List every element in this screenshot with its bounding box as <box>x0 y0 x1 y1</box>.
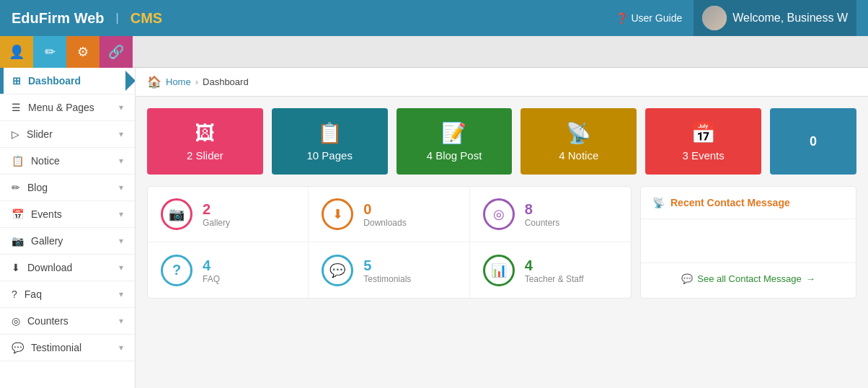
gallery-circle-icon: 📷 <box>161 198 192 230</box>
nav-icon-user[interactable]: 👤 <box>0 36 33 68</box>
sidebar-label-menu-pages: Menu & Pages <box>28 102 94 113</box>
testimonials-info: 5 Testimonials <box>363 257 411 284</box>
sidebar-label-events: Events <box>31 208 62 220</box>
breadcrumb-home-link[interactable]: Home <box>166 76 191 87</box>
sidebar-item-menu-pages[interactable]: ☰Menu & Pages ▾ <box>0 94 135 121</box>
sidebar-item-label-dashboard: Dashboard <box>28 75 81 87</box>
sidebar-label-faq: Faq <box>25 288 42 300</box>
main-content: 🏠 Home › Dashboard 🖼 2 Slider 📋 10 Pages… <box>136 68 868 388</box>
sidebar-item-events[interactable]: 📅Events ▾ <box>0 201 135 228</box>
testimonials-count: 5 <box>363 257 411 274</box>
counters-circle-icon: ◎ <box>483 198 515 230</box>
mini-stat-gallery[interactable]: 📷 2 Gallery <box>148 187 309 242</box>
top-navigation: EduFirm Web | CMS ❓ User Guide Welcome, … <box>0 0 868 36</box>
mini-stats-grid-container: 📷 2 Gallery ⬇ 0 Downloads <box>147 186 632 299</box>
breadcrumb: 🏠 Home › Dashboard <box>136 68 868 97</box>
recent-contact-body <box>641 219 856 263</box>
breadcrumb-separator: › <box>195 76 198 87</box>
sidebar-item-counters[interactable]: ◎Counters ▾ <box>0 308 135 335</box>
mini-stat-downloads[interactable]: ⬇ 0 Downloads <box>309 187 469 242</box>
teacher-circle-icon: 📊 <box>483 255 515 286</box>
sidebar-item-testimonial[interactable]: 💬Testimonial ▾ <box>0 335 135 361</box>
faq-label: FAQ <box>203 274 220 284</box>
faq-icon: ? <box>12 288 17 300</box>
chevron-icon-faq: ▾ <box>119 289 123 299</box>
help-icon: ❓ <box>616 12 628 24</box>
gallery-info: 2 Gallery <box>203 200 230 228</box>
events-card-icon: 📅 <box>691 121 716 145</box>
sidebar-label-counters: Counters <box>27 315 68 327</box>
pages-card-icon: 📋 <box>317 121 342 145</box>
recent-contact-title: Recent Contact Message <box>670 197 790 208</box>
mini-stat-counters[interactable]: ◎ 8 Counters <box>470 187 631 242</box>
sidebar-label-slider: Slider <box>27 128 53 140</box>
brand-area: EduFirm Web | CMS <box>12 10 162 27</box>
brand-separator: | <box>116 12 119 25</box>
breadcrumb-current: Dashboard <box>203 76 249 87</box>
mini-stats-grid: 📷 2 Gallery ⬇ 0 Downloads <box>148 187 631 298</box>
notice-icon: 📋 <box>12 155 24 167</box>
stat-card-events[interactable]: 📅 3 Events <box>645 108 761 175</box>
counters-info: 8 Counters <box>525 200 560 228</box>
see-all-label: See all Contact Message <box>697 273 802 284</box>
counters-count: 8 <box>525 200 560 218</box>
slider-card-label: 2 Slider <box>187 149 223 162</box>
sidebar-label-gallery: Gallery <box>31 235 63 247</box>
menu-pages-icon: ☰ <box>12 102 21 113</box>
chevron-icon-blog: ▾ <box>119 182 123 193</box>
sidebar-item-slider[interactable]: ▷Slider ▾ <box>0 121 135 148</box>
mini-stats-row: 📷 2 Gallery ⬇ 0 Downloads <box>136 186 868 299</box>
user-guide-button[interactable]: ❓ User Guide <box>616 12 682 24</box>
notice-card-icon: 📡 <box>566 121 591 145</box>
see-all-contact-button[interactable]: 💬 See all Contact Message → <box>641 263 856 294</box>
download-icon: ⬇ <box>12 262 20 273</box>
chevron-icon-download: ▾ <box>119 263 123 273</box>
home-icon: 🏠 <box>147 75 161 89</box>
sidebar-label-blog: Blog <box>27 182 48 193</box>
chevron-icon-counters: ▾ <box>119 316 123 326</box>
sidebar-item-dashboard[interactable]: ⊞ Dashboard <box>0 68 135 94</box>
sidebar-item-blog[interactable]: ✏Blog ▾ <box>0 175 135 201</box>
mini-stat-faq[interactable]: ? 4 FAQ <box>148 242 309 298</box>
stat-cards-row: 🖼 2 Slider 📋 10 Pages 📝 4 Blog Post 📡 4 … <box>136 97 868 186</box>
nav-icon-share[interactable]: 🔗 <box>99 36 133 68</box>
testimonials-circle-icon: 💬 <box>322 255 353 286</box>
stat-card-notice[interactable]: 📡 4 Notice <box>521 108 637 175</box>
teacher-label: Teacher & Staff <box>525 274 584 284</box>
downloads-count: 0 <box>363 200 406 218</box>
sidebar-item-faq[interactable]: ?Faq ▾ <box>0 281 135 308</box>
stat-card-blog[interactable]: 📝 4 Blog Post <box>397 108 513 175</box>
stat-card-pages[interactable]: 📋 10 Pages <box>272 108 388 175</box>
welcome-text: Welcome, Business W <box>732 12 848 25</box>
chevron-icon-events: ▾ <box>119 209 123 219</box>
blog-card-label: 4 Blog Post <box>427 149 482 162</box>
sidebar: ⊞ Dashboard ☰Menu & Pages ▾ ▷Slider ▾ 📋N… <box>0 68 136 388</box>
nav-icon-settings[interactable]: ⚙ <box>66 36 99 68</box>
teacher-info: 4 Teacher & Staff <box>525 257 584 284</box>
welcome-label: Welcome, <box>732 12 784 24</box>
top-nav-right: ❓ User Guide Welcome, Business W <box>616 0 856 36</box>
sidebar-item-notice[interactable]: 📋Notice ▾ <box>0 148 135 175</box>
stat-card-extra[interactable]: 0 <box>770 108 856 175</box>
username-label: Business W <box>787 12 848 24</box>
welcome-area: Welcome, Business W <box>694 0 856 36</box>
mini-stat-teacher[interactable]: 📊 4 Teacher & Staff <box>470 242 631 298</box>
chevron-icon-slider: ▾ <box>119 129 123 139</box>
sidebar-label-notice: Notice <box>31 155 60 167</box>
sidebar-item-download[interactable]: ⬇Download ▾ <box>0 255 135 281</box>
mini-stat-testimonials[interactable]: 💬 5 Testimonials <box>309 242 469 298</box>
sidebar-label-testimonial: Testimonial <box>31 342 81 353</box>
testimonial-icon: 💬 <box>12 342 24 353</box>
chevron-icon-notice: ▾ <box>119 156 123 166</box>
stat-card-slider[interactable]: 🖼 2 Slider <box>147 108 263 175</box>
sidebar-item-gallery[interactable]: 📷Gallery ▾ <box>0 228 135 255</box>
avatar-image <box>702 6 727 30</box>
user-guide-label: User Guide <box>631 12 682 24</box>
nav-icon-edit[interactable]: ✏ <box>33 36 66 68</box>
chevron-icon-gallery: ▾ <box>119 236 123 246</box>
arrow-icon: → <box>806 273 815 284</box>
downloads-label: Downloads <box>363 218 406 228</box>
faq-circle-icon: ? <box>161 255 192 286</box>
brand-name: EduFirm Web <box>12 10 105 27</box>
events-icon: 📅 <box>12 208 24 220</box>
